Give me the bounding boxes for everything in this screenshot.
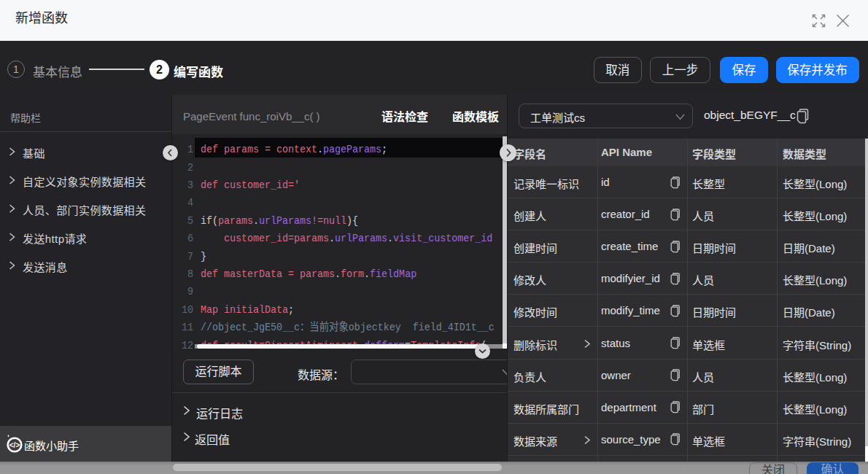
- svg-text:</>: </>: [9, 441, 20, 449]
